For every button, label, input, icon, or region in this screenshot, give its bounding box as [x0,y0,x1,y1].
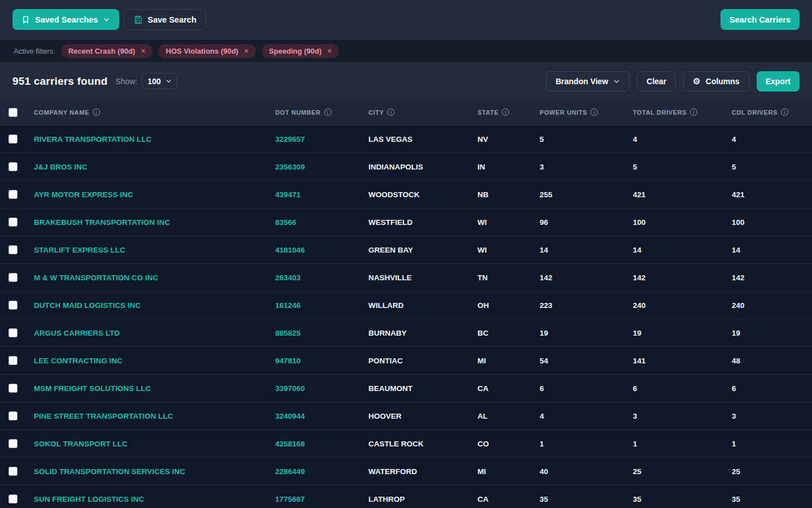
row-checkbox[interactable] [8,273,18,282]
columns-button[interactable]: ⚙ Columns [683,71,749,92]
remove-filter-icon[interactable]: × [327,47,332,55]
cdl-drivers-cell: 25 [732,467,812,476]
info-icon[interactable]: i [324,108,332,116]
header-checkbox-cell [0,108,34,117]
info-icon[interactable]: i [387,108,394,116]
dot-number-link[interactable]: 161246 [275,301,368,310]
search-carriers-label: Search Carriers [730,15,791,24]
results-count: 951 carriers found [12,75,107,88]
row-checkbox[interactable] [8,218,18,227]
company-link[interactable]: STARLIFT EXPRESS LLC [34,246,275,254]
columns-label: Columns [706,77,740,86]
company-link[interactable]: SUN FREIGHT LOGISTICS INC [34,495,275,503]
state-cell: CO [477,440,540,448]
company-link[interactable]: PINE STREET TRANSPORTATION LLC [34,412,275,420]
dot-number-link[interactable]: 4181046 [275,246,368,254]
row-checkbox[interactable] [8,134,18,144]
column-header-total-drivers[interactable]: TOTAL DRIVERSi [633,108,732,116]
row-checkbox[interactable] [8,162,18,171]
dot-number-link[interactable]: 4258168 [275,440,368,448]
filter-chip-label: Speeding (90d) [269,47,322,55]
dot-number-link[interactable]: 885825 [275,329,368,337]
table-row: SOKOL TRANSPORT LLC4258168CASTLE ROCKCO1… [0,430,812,458]
dot-number-link[interactable]: 3240944 [275,412,368,420]
company-link[interactable]: SOKOL TRANSPORT LLC [34,440,275,448]
dot-number-link[interactable]: 3397060 [275,384,368,393]
total-drivers-cell: 19 [633,329,732,337]
company-link[interactable]: MSM FREIGHT SOLUTIONS LLC [34,384,275,393]
city-cell: WATERFORD [368,467,477,476]
saved-searches-button[interactable]: Saved Searches [12,9,119,30]
remove-filter-icon[interactable]: × [141,47,145,55]
row-checkbox[interactable] [8,301,18,310]
company-link[interactable]: J&J BROS INC [34,163,275,171]
page-size-select[interactable]: 100 [142,73,177,89]
power-units-cell: 3 [540,163,633,171]
column-header-cdl-drivers[interactable]: CDL DRIVERSi [732,108,812,116]
dot-number-link[interactable]: 439471 [275,190,368,199]
column-header-company-name[interactable]: COMPANY NAMEi [34,108,275,116]
view-selector-button[interactable]: Brandon View [546,71,629,92]
row-checkbox[interactable] [8,467,18,476]
select-all-checkbox[interactable] [8,108,18,117]
save-search-button[interactable]: Save Search [124,9,206,30]
cdl-drivers-cell: 1 [732,440,812,448]
row-checkbox[interactable] [8,328,18,337]
table-row: MSM FREIGHT SOLUTIONS LLC3397060BEAUMONT… [0,375,812,402]
info-icon[interactable]: i [690,108,697,116]
column-header-city[interactable]: CITYi [368,108,477,116]
dot-number-link[interactable]: 947810 [275,357,368,365]
row-checkbox[interactable] [8,245,18,254]
company-link[interactable]: ARGUS CARRIERS LTD [34,329,275,337]
dot-number-link[interactable]: 1775667 [275,495,368,503]
export-button[interactable]: Export [757,71,800,92]
row-checkbox-cell [0,328,34,337]
active-filters-label: Active filters: [14,47,55,55]
search-carriers-button[interactable]: Search Carriers [720,9,800,30]
clear-button[interactable]: Clear [637,71,676,92]
state-cell: AL [477,412,540,420]
company-link[interactable]: LEE CONTRACTING INC [34,357,275,365]
power-units-cell: 1 [540,440,633,448]
dot-number-link[interactable]: 263403 [275,273,368,282]
total-drivers-cell: 100 [633,218,732,227]
table-row: STARLIFT EXPRESS LLC4181046GREEN BAYWI14… [0,236,812,264]
city-cell: GREEN BAY [368,246,477,254]
dot-number-link[interactable]: 2286449 [275,467,368,476]
power-units-cell: 4 [540,412,633,420]
dot-number-link[interactable]: 83566 [275,218,368,227]
remove-filter-icon[interactable]: × [244,47,249,55]
company-link[interactable]: AYR MOTOR EXPRESS INC [34,190,275,199]
row-checkbox[interactable] [8,190,18,199]
company-link[interactable]: BRAKEBUSH TRANSPORTATION INC [34,218,275,227]
filter-chips: Recent Crash (90d)×HOS Violations (90d)×… [61,44,340,58]
info-icon[interactable]: i [781,108,788,116]
row-checkbox[interactable] [8,384,18,393]
state-cell: BC [477,329,540,337]
info-icon[interactable]: i [590,108,598,116]
company-link[interactable]: SOLID TRANSPORTATION SERVICES INC [34,467,275,476]
row-checkbox[interactable] [8,494,18,503]
column-header-power-units[interactable]: POWER UNITSi [540,108,633,116]
company-link[interactable]: M & W TRANSPORTATION CO INC [34,273,275,282]
dot-number-link[interactable]: 2356309 [275,163,368,171]
save-search-label: Save Search [147,15,196,24]
active-filters-bar: Active filters: Recent Crash (90d)×HOS V… [0,40,812,63]
power-units-cell: 54 [540,357,633,365]
city-cell: LATHROP [368,495,477,503]
total-drivers-cell: 14 [633,246,732,254]
row-checkbox[interactable] [8,411,18,420]
total-drivers-cell: 142 [633,273,732,282]
table-row: RIVERA TRANSPORTATION LLC3229657LAS VEGA… [0,125,812,153]
row-checkbox[interactable] [8,356,18,365]
row-checkbox[interactable] [8,439,18,448]
column-header-dot-number[interactable]: DOT NUMBERi [275,108,368,116]
row-checkbox-cell [0,218,34,227]
table-row: M & W TRANSPORTATION CO INC263403NASHVIL… [0,264,812,292]
info-icon[interactable]: i [502,108,509,116]
company-link[interactable]: RIVERA TRANSPORTATION LLC [34,135,275,144]
info-icon[interactable]: i [93,108,100,116]
dot-number-link[interactable]: 3229657 [275,135,368,144]
column-header-state[interactable]: STATEi [477,108,540,116]
company-link[interactable]: DUTCH MAID LOGISTICS INC [34,301,275,310]
